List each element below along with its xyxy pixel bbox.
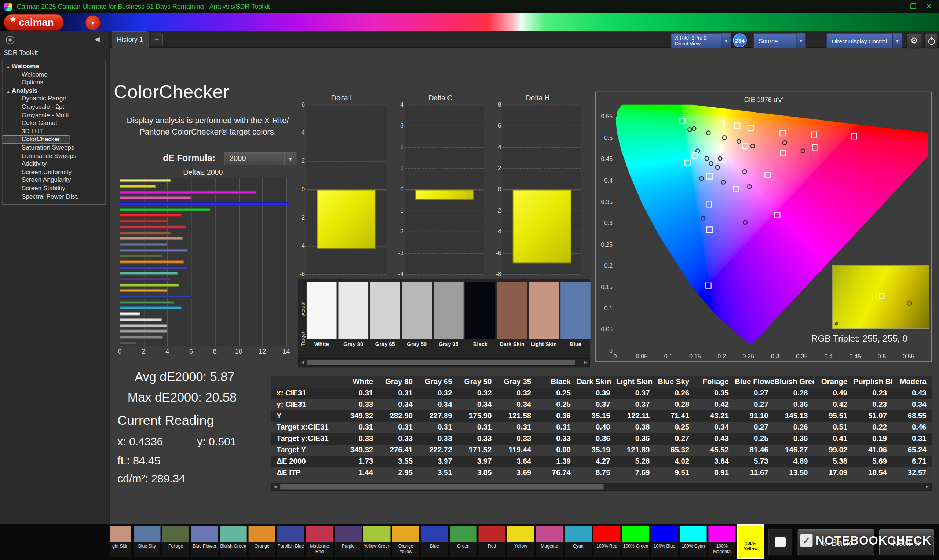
patch-button-orange-yellow[interactable]: Orange Yellow xyxy=(392,526,419,557)
patch-button-green[interactable]: Green xyxy=(450,526,476,557)
scrollbar-thumb[interactable] xyxy=(280,484,604,490)
patch-button-100-blue[interactable]: 100% Blue xyxy=(651,526,678,557)
sidebar-item-additivity[interactable]: Additivity xyxy=(3,160,106,168)
patch-button-yellow[interactable]: Yellow xyxy=(507,526,534,557)
minimize-button[interactable]: – xyxy=(891,3,904,11)
meter-name: X-Rite i1Pro 2 xyxy=(675,35,721,41)
gear-icon: ⚙ xyxy=(910,35,918,46)
patch-button-red[interactable]: Red xyxy=(478,526,505,557)
patch-button-blue-flower[interactable]: Blue Flower xyxy=(191,526,218,557)
sidebar-section-welcome[interactable]: ▴Welcome xyxy=(3,62,106,70)
settings-gear-button[interactable]: ⚙ xyxy=(906,33,922,48)
scrollbar-thumb[interactable] xyxy=(307,360,575,365)
sidebar-item-dynamic-range[interactable]: Dynamic Range xyxy=(3,95,106,103)
patch-button-moderate-red[interactable]: Moderate Red xyxy=(306,526,333,557)
pattern-window-button[interactable] xyxy=(768,529,792,555)
column-header-gray-35: Gray 35 xyxy=(498,375,537,388)
sidebar-item-3d-lut[interactable]: 3D LUT xyxy=(3,127,106,135)
add-tab-button[interactable]: + xyxy=(151,33,163,45)
patch-button-100-cyan[interactable]: 100% Cyan xyxy=(680,526,706,557)
sidebar-item-screen-uniformity[interactable]: Screen Uniformity xyxy=(3,168,106,176)
swatch-dark-skin xyxy=(497,282,527,339)
y-tick-label: -1 xyxy=(396,207,404,214)
meter-dropdown[interactable]: X-Rite i1Pro 2 Direct View ▼ xyxy=(671,33,731,48)
sidebar-section-analysis[interactable]: ▴Analysis xyxy=(3,86,106,95)
patch-preview-strip: Actual Target WhiteGray 80Gray 65Gray 50… xyxy=(298,278,590,368)
x-tick-label: 0.05 xyxy=(631,353,652,360)
de-formula-dropdown[interactable]: 2000 ▼ xyxy=(224,152,297,165)
swatch-label: Black xyxy=(466,341,495,347)
sidebar-item-saturation-sweeps[interactable]: Saturation Sweeps xyxy=(3,144,106,152)
y-tick-label: -6 xyxy=(298,271,305,277)
scroll-left-icon[interactable]: ◄ xyxy=(271,483,279,490)
collapse-sidebar-button[interactable]: ◀ xyxy=(95,35,100,43)
notebookcheck-logo-icon: ✓ xyxy=(800,534,813,547)
record-icon[interactable] xyxy=(6,36,14,45)
sidebar-item-screen-stability[interactable]: Screen Stability xyxy=(3,185,106,192)
x-tick-label: 0.5 xyxy=(871,353,893,360)
patch-button-100-magenta[interactable]: 100% Magenta xyxy=(708,526,735,557)
patch-button-100-green[interactable]: 100% Green xyxy=(622,526,649,557)
sidebar-item-welcome[interactable]: Welcome xyxy=(3,70,106,78)
display-control-dropdown[interactable]: Direct Display Control ▼ xyxy=(826,33,902,48)
x-tick-label: 4 xyxy=(159,348,176,355)
source-dropdown[interactable]: Source ▼ xyxy=(753,33,806,48)
swatch-gray-50 xyxy=(402,282,432,339)
patch-button-100-yellow[interactable]: 100% Yellow xyxy=(737,524,764,559)
patch-button-ght-skin[interactable]: ght Skin xyxy=(109,526,131,557)
patch-button-purplish-blue[interactable]: Purplish Blue xyxy=(277,526,304,557)
calman-logo[interactable]: * calman xyxy=(4,14,64,31)
patch-button-orange[interactable]: Orange xyxy=(249,526,276,557)
y-tick-label: 0 xyxy=(298,186,305,192)
page-description: Display analysis is performed with the X… xyxy=(113,115,303,137)
y-tick-label: 0.3 xyxy=(596,220,612,226)
patch-button-100-red[interactable]: 100% Red xyxy=(594,526,620,557)
y-tick-label: 4 xyxy=(494,143,501,150)
sidebar-item-spectral-power-dist[interactable]: Spectral Power Dist. xyxy=(3,192,106,200)
close-button[interactable]: ✕ xyxy=(922,3,935,11)
cie-chart-title: CIE 1976 u'v' xyxy=(596,95,931,103)
y-tick-label: 0.2 xyxy=(596,262,612,269)
power-button[interactable] xyxy=(924,33,938,48)
patch-button-yellow-green[interactable]: Yellow Green xyxy=(364,526,390,557)
tab-history-1[interactable]: History 1 xyxy=(111,31,148,48)
deltae-bar-magenta xyxy=(120,197,191,199)
sidebar-item-grayscale-2pt[interactable]: Grayscale - 2pt xyxy=(3,103,106,111)
scroll-right-icon[interactable]: ► xyxy=(924,483,931,490)
column-header-black: Black xyxy=(537,375,577,388)
patch-button-cyan[interactable]: Cyan xyxy=(565,526,592,557)
table-row-target-y-cie31: Target y:CIE310.330.330.330.330.330.330.… xyxy=(271,433,933,445)
patch-button-magenta[interactable]: Magenta xyxy=(536,526,563,557)
swatch-scrollbar[interactable]: ◄ ► xyxy=(298,358,590,366)
deltae-bar-light-skin xyxy=(120,237,183,240)
patch-button-purple[interactable]: Purple xyxy=(335,526,362,557)
logo-menu-button[interactable]: ▼ xyxy=(85,15,100,31)
sidebar-item-grayscale-multi[interactable]: Grayscale - Multi xyxy=(3,111,106,119)
sidebar-item-luminance-sweeps[interactable]: Luminance Sweeps xyxy=(3,152,106,160)
y-tick-label: 2 xyxy=(298,158,305,164)
patch-button-blue-sky[interactable]: Blue Sky xyxy=(134,526,160,557)
column-header-dark-skin: Dark Skin xyxy=(577,375,616,388)
table-scrollbar[interactable]: ◄ ► xyxy=(271,483,932,491)
y-tick-label: -2 xyxy=(494,207,501,214)
sidebar-item-colorchecker[interactable]: ColorChecker xyxy=(3,135,70,144)
column-header-foliage: Foliage xyxy=(695,375,735,388)
y-tick-label: 4 xyxy=(298,129,305,136)
scroll-right-icon[interactable]: ► xyxy=(581,359,589,366)
sidebar-item-screen-angularity[interactable]: Screen Angularity xyxy=(3,176,106,185)
patch-button-bluish-green[interactable]: Bluish Green xyxy=(220,526,247,557)
swatch-gray-65 xyxy=(370,282,400,339)
swatch-white xyxy=(307,282,337,339)
patch-button-blue[interactable]: Blue xyxy=(421,526,448,557)
swatch-gray-80 xyxy=(338,282,368,339)
swatch-blue xyxy=(560,282,591,339)
sidebar-item-color-gamut[interactable]: Color Gamut xyxy=(3,119,106,127)
swatch-black xyxy=(466,282,495,339)
table-row-x-cie31: x: CIE310.310.310.320.320.320.250.390.37… xyxy=(271,388,933,399)
calman-flower-icon: * xyxy=(10,19,16,25)
deltae-bar-orange-yellow xyxy=(120,289,168,292)
patch-button-foliage[interactable]: Foliage xyxy=(162,526,189,557)
sidebar-item-options[interactable]: Options xyxy=(3,78,106,86)
scroll-left-icon[interactable]: ◄ xyxy=(299,359,307,366)
maximize-button[interactable]: ❐ xyxy=(907,3,920,11)
